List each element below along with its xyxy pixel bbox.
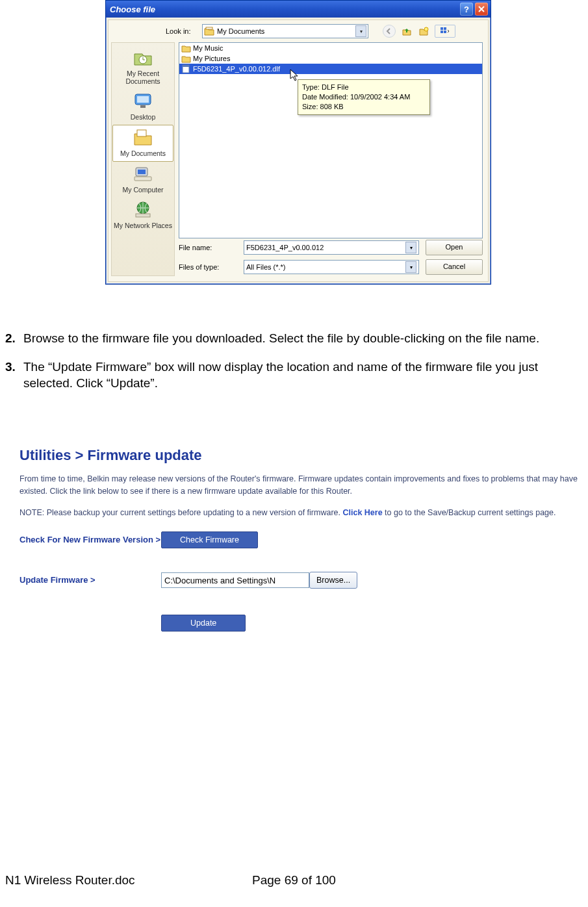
place-network[interactable]: My Network Places — [113, 198, 173, 233]
svg-rect-8 — [137, 96, 149, 103]
fw-paragraph-2: NOTE: Please backup your current setting… — [19, 507, 585, 519]
chevron-down-icon[interactable]: ▾ — [355, 25, 366, 37]
list-item[interactable]: My Pictures — [179, 53, 482, 64]
step-number: 3. — [5, 359, 23, 392]
dialog-title: Choose file — [110, 5, 458, 14]
check-firmware-label: Check For New Firmware Version > — [19, 535, 161, 546]
click-here-link[interactable]: Click Here — [342, 508, 382, 517]
look-in-label: Look in: — [166, 27, 198, 35]
chevron-down-icon[interactable]: ▾ — [405, 261, 416, 273]
step-text: The “Update Firmware” box will now displ… — [23, 359, 579, 392]
fw-paragraph-1: From time to time, Belkin may release ne… — [19, 473, 585, 498]
place-label: My Documents — [113, 149, 173, 157]
file-name-label: File name: — [179, 244, 237, 251]
place-recent[interactable]: My Recent Documents — [113, 45, 173, 89]
footer-page-number: Page 69 of 100 — [252, 873, 336, 888]
file-list[interactable]: My Music My Pictures F5D6231_4P_v0.00.01… — [179, 42, 483, 238]
back-icon[interactable] — [383, 25, 396, 38]
place-mydocuments[interactable]: My Documents — [112, 125, 173, 162]
step-number: 2. — [5, 330, 23, 347]
step-text: Browse to the firmware file you download… — [23, 330, 579, 347]
new-folder-icon[interactable] — [418, 25, 429, 37]
up-folder-icon[interactable] — [401, 25, 413, 37]
look-in-value: My Documents — [217, 27, 264, 35]
svg-rect-3 — [444, 27, 446, 30]
list-item-selected[interactable]: F5D6231_4P_v0.00.012.dlf — [179, 64, 482, 74]
fw-note-suffix: to go to the Save/Backup current setting… — [383, 508, 556, 517]
place-mycomputer[interactable]: My Computer — [113, 162, 173, 198]
place-label: My Recent Documents — [113, 70, 173, 85]
places-bar: My Recent Documents Desktop My Documents… — [111, 42, 175, 276]
file-icon — [181, 64, 191, 73]
folder-icon — [181, 54, 191, 63]
cancel-button[interactable]: Cancel — [426, 259, 483, 275]
footer-doc-name: N1 Wireless Router.doc — [5, 873, 252, 888]
file-type-dropdown[interactable]: All Files (*.*) ▾ — [244, 260, 419, 274]
svg-rect-2 — [441, 27, 443, 30]
place-label: My Computer — [113, 186, 173, 194]
file-name: F5D6231_4P_v0.00.012.dlf — [193, 65, 280, 73]
file-name-input[interactable]: F5D6231_4P_v0.00.012 ▾ — [244, 240, 419, 255]
place-label: My Network Places — [113, 222, 173, 229]
place-desktop[interactable]: Desktop — [113, 89, 173, 125]
file-type-label: Files of type: — [179, 263, 237, 271]
svg-rect-17 — [183, 65, 189, 67]
file-tooltip: Type: DLF File Date Modified: 10/9/2002 … — [298, 79, 430, 115]
firmware-path-value: C:\Documents and Settings\N — [164, 576, 275, 585]
fw-title: Utilities > Firmware update — [19, 447, 585, 464]
tooltip-line: Size: 808 KB — [302, 102, 426, 112]
file-name-value: F5D6231_4P_v0.00.012 — [246, 244, 324, 251]
step-3: 3. The “Update Firmware” box will now di… — [5, 359, 579, 392]
page-footer: N1 Wireless Router.doc Page 69 of 100 — [5, 873, 583, 888]
svg-rect-15 — [136, 214, 150, 217]
chevron-down-icon[interactable]: ▾ — [405, 242, 416, 253]
svg-rect-0 — [206, 27, 212, 29]
folder-icon — [204, 27, 214, 36]
check-firmware-button[interactable]: Check Firmware — [161, 531, 258, 548]
update-button[interactable]: Update — [161, 615, 246, 632]
list-item[interactable]: My Music — [179, 43, 482, 53]
open-button[interactable]: Open — [426, 240, 483, 255]
svg-rect-13 — [134, 177, 151, 181]
file-type-value: All Files (*.*) — [246, 263, 286, 271]
fw-note-prefix: NOTE: Please backup your current setting… — [19, 508, 342, 517]
tooltip-line: Date Modified: 10/9/2002 4:34 AM — [302, 92, 426, 102]
svg-rect-12 — [138, 170, 146, 174]
look-in-dropdown[interactable]: My Documents ▾ — [202, 24, 368, 38]
dialog-titlebar[interactable]: Choose file ? — [106, 1, 491, 18]
svg-rect-9 — [140, 105, 146, 108]
svg-rect-4 — [441, 31, 443, 33]
svg-rect-5 — [444, 31, 446, 33]
svg-point-1 — [424, 27, 428, 31]
close-button[interactable] — [475, 3, 488, 16]
browse-button[interactable]: Browse... — [309, 572, 357, 589]
file-name: My Music — [193, 44, 223, 52]
folder-icon — [181, 44, 191, 53]
file-name: My Pictures — [193, 55, 230, 62]
step-2: 2. Browse to the firmware file you downl… — [5, 330, 579, 347]
views-icon[interactable] — [435, 25, 455, 38]
place-label: Desktop — [113, 113, 173, 121]
svg-rect-10 — [137, 130, 146, 136]
instruction-list: 2. Browse to the firmware file you downl… — [5, 330, 579, 403]
update-firmware-label: Update Firmware > — [19, 575, 161, 586]
tooltip-line: Type: DLF File — [302, 83, 426, 92]
help-button[interactable]: ? — [460, 3, 473, 16]
firmware-update-panel: Utilities > Firmware update From time to… — [19, 447, 585, 645]
choose-file-dialog: Choose file ? Look in: My Documents ▾ — [105, 0, 491, 285]
firmware-path-input[interactable]: C:\Documents and Settings\N — [161, 572, 309, 588]
